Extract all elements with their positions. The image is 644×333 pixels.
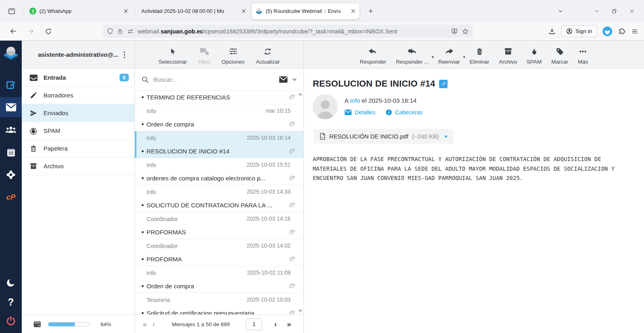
tab-strip: 2 (2) WhatsApp Actividad 2025-10-02 08:0… <box>0 0 644 22</box>
message-row[interactable]: Info2025-10-03 15:51 ordenes de compra c… <box>135 158 303 185</box>
message-row-selected[interactable]: Info2025-10-03 16:14 RESOLUCION DE INICI… <box>135 131 303 158</box>
mark-button[interactable]: Marcar <box>551 41 568 68</box>
downloads-icon[interactable] <box>548 27 556 35</box>
sign-in-button[interactable]: Sign in <box>561 25 597 37</box>
headers-link[interactable]: Cabeceras <box>386 109 423 116</box>
folder-enviados[interactable]: Enviados <box>22 104 134 122</box>
list-all-tabs-icon[interactable] <box>551 4 569 19</box>
forward-button[interactable]: Reenviar ▾ <box>438 41 460 68</box>
tag-icon <box>555 46 564 56</box>
tab-actividad[interactable]: Actividad 2025-10-02 08:00:00 | Mo <box>137 3 250 19</box>
search-scope-mail-icon[interactable] <box>279 76 288 83</box>
nav-calendar[interactable] <box>0 142 22 162</box>
firefox-account-icon[interactable] <box>602 26 613 37</box>
close-tab-icon[interactable] <box>242 9 246 13</box>
forward-menu-caret[interactable]: ▾ <box>463 55 465 59</box>
select-button[interactable]: Seleccionar <box>159 41 187 68</box>
reply-all-button[interactable]: Responder ... ▾ <box>396 41 429 68</box>
new-tab-button[interactable]: + <box>364 5 377 18</box>
restore-window-icon[interactable] <box>605 4 623 19</box>
address-bar[interactable]: webmail.sanjuan.gob.ec/cpsess6168253395/… <box>103 25 473 38</box>
attachment-paperclip-icon <box>289 121 295 128</box>
close-window-icon[interactable] <box>623 4 641 19</box>
details-link[interactable]: Detalles <box>345 109 375 116</box>
archive-icon <box>29 162 38 170</box>
archive-button[interactable]: Archivo <box>499 41 517 68</box>
account-menu-kebab-icon[interactable]: ⋮ <box>121 50 129 59</box>
menu-hamburger-icon[interactable] <box>631 28 638 35</box>
forward-button[interactable] <box>24 25 37 38</box>
save-page-icon[interactable] <box>451 28 458 35</box>
first-page-button[interactable]: « <box>140 320 149 329</box>
quota-progress-fill <box>48 323 75 326</box>
extensions-icon[interactable] <box>618 27 626 35</box>
logout-button[interactable] <box>0 312 22 330</box>
attachment-paperclip-icon <box>289 283 295 290</box>
url-text[interactable]: webmail.sanjuan.gob.ec/cpsess6168253395/… <box>138 28 447 35</box>
tab-roundcube-active[interactable]: (5) Roundcube Webmail :: Envia <box>252 3 359 19</box>
search-icon <box>141 76 149 83</box>
recipient-link[interactable]: Info <box>350 97 360 104</box>
scroll-up-arrow[interactable] <box>298 93 302 95</box>
nav-settings[interactable] <box>0 165 22 185</box>
folder-label: Enviados <box>43 110 68 116</box>
refresh-button[interactable]: Actualizar <box>256 41 280 68</box>
send-icon <box>29 109 38 117</box>
help-button[interactable]: ? <box>0 292 22 312</box>
search-options-chevron-icon[interactable] <box>292 77 297 82</box>
page-number-input[interactable]: 1 <box>246 319 262 330</box>
open-in-new-window-icon[interactable]: ↗ <box>439 80 448 88</box>
permissions-icon[interactable] <box>127 28 134 35</box>
scroll-down-arrow[interactable] <box>298 310 302 312</box>
unread-dot <box>142 150 147 152</box>
last-page-button[interactable]: » <box>285 320 293 329</box>
next-page-button[interactable]: › <box>271 320 280 329</box>
reply-all-menu-caret[interactable]: ▾ <box>432 55 434 59</box>
dark-mode-toggle[interactable] <box>0 274 22 292</box>
compose-button[interactable] <box>0 74 22 95</box>
url-toolbar: webmail.sanjuan.gob.ec/cpsess6168253395/… <box>0 22 644 40</box>
reply-icon <box>368 46 378 56</box>
storage-disk-icon <box>33 321 41 328</box>
folder-papelera[interactable]: Papelera <box>22 140 134 157</box>
close-tab-icon[interactable] <box>351 9 355 13</box>
attachment-chip[interactable]: RESOLUCIÓN DE INICIO.pdf (~240 KB) ▼ <box>314 129 454 144</box>
nav-contacts[interactable] <box>0 120 22 140</box>
folder-spam[interactable]: SPAM <box>22 122 134 140</box>
folder-archivo[interactable]: Archivo <box>22 157 134 175</box>
delete-button[interactable]: Eliminar <box>470 41 489 68</box>
attachment-paperclip-icon <box>289 148 295 155</box>
back-button[interactable] <box>6 25 19 38</box>
attachment-menu-caret-icon[interactable]: ▼ <box>444 134 448 139</box>
forward-icon <box>444 46 454 56</box>
folder-entrada[interactable]: Entrada 5 <box>22 69 134 87</box>
nav-mail[interactable] <box>0 97 22 117</box>
folder-borradores[interactable]: Borradores <box>22 87 134 104</box>
message-row[interactable]: Tesoreria2025-10-02 10:03 Solicitud de c… <box>135 293 303 314</box>
message-row[interactable]: Info2025-10-02 11:09 Orden de compra <box>135 266 303 293</box>
search-input[interactable] <box>153 76 275 83</box>
message-row[interactable]: Info2025-10-03 14:33 SOLICITUD DE CONTRA… <box>135 185 303 212</box>
tab-label: (5) Roundcube Webmail :: Envia <box>266 8 349 14</box>
message-row[interactable]: Coordinador2025-10-03 14:16 PROFORMAS <box>135 212 303 239</box>
tab-whatsapp[interactable]: 2 (2) WhatsApp <box>25 3 132 19</box>
options-button[interactable]: Opciones <box>222 41 245 68</box>
message-row[interactable]: Coordinador2025-10-03 14:02 PROFORMA <box>135 239 303 266</box>
unread-dot <box>142 285 147 287</box>
threads-button[interactable]: Hilos <box>198 41 211 68</box>
shield-icon <box>107 28 114 35</box>
message-row[interactable]: Infomar 10:15 Orden de compra <box>135 104 303 131</box>
prev-page-button[interactable]: ‹ <box>149 320 158 329</box>
reload-button[interactable] <box>42 25 55 38</box>
bookmark-star-icon[interactable] <box>462 28 469 35</box>
minimize-icon[interactable] <box>588 4 605 19</box>
close-tab-icon[interactable] <box>124 9 128 13</box>
firefox-view-button[interactable] <box>5 4 19 18</box>
reply-button[interactable]: Responder <box>360 41 386 68</box>
compose-pencil-icon <box>6 79 17 90</box>
spam-button[interactable]: SPAM <box>527 41 542 68</box>
message-row-partial[interactable]: TERMINO DE REFERENCIAS <box>135 91 303 104</box>
nav-cpanel[interactable]: cP <box>0 187 22 207</box>
attachment-name: RESOLUCIÓN DE INICIO.pdf <box>329 133 409 140</box>
more-button[interactable]: ••• Más <box>578 41 588 68</box>
